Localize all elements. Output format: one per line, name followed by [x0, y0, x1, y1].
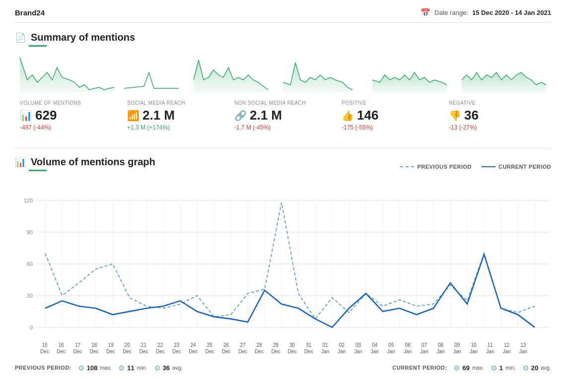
metric-volume: VOLUME OF MENTIONS 📊 629 -487 (-44%): [15, 100, 122, 131]
header: Brand24 📅 Date range: 15 Dec 2020 - 14 J…: [0, 0, 566, 22]
bar-chart-icon: 📊: [20, 110, 32, 122]
legend-previous: PREVIOUS PERIOD: [400, 164, 472, 170]
x-label-16: 31Dec: [301, 342, 317, 355]
metric-negative: NEGATIVE 👎 36 -13 (-27%): [444, 100, 551, 131]
summary-section: 📄 Summary of mentions: [0, 23, 566, 148]
curr-min-item: ⊙ 1 min.: [491, 364, 516, 372]
stats-row: PREVIOUS PERIOD: ⊙ 108 max. ⊙ 11 min. ⊙ …: [15, 360, 551, 372]
curr-avg-item: ⊙ 20 avg.: [523, 364, 551, 372]
prev-max-item: ⊙ 108 max.: [78, 364, 112, 372]
x-label-4: 19Dec: [103, 342, 119, 355]
x-label-5: 20Dec: [119, 342, 135, 355]
chart-icon: 📊: [15, 157, 26, 168]
svg-text:120: 120: [24, 197, 33, 203]
x-label-12: 27Dec: [235, 342, 251, 355]
svg-text:90: 90: [27, 229, 33, 235]
x-axis-labels: 15Dec 16Dec 17Dec 18Dec 19Dec 20Dec 21De…: [15, 342, 551, 355]
x-label-26: 10Jan: [466, 342, 482, 355]
x-label-3: 18Dec: [86, 342, 102, 355]
x-label-29: 13Jan: [515, 342, 531, 355]
metric-nonsocial: NON SOCIAL MEDIA REACH 🔗 2.1 M -1.7 M (-…: [229, 100, 337, 131]
x-label-23: 07Jan: [416, 342, 432, 355]
main-chart-svg: 0 30 60 90 120: [15, 179, 551, 338]
prev-avg-item: ⊙ 36 avg.: [154, 364, 183, 372]
x-label-15: 30Dec: [284, 342, 300, 355]
x-label-27: 11Jan: [482, 342, 498, 355]
thumbup-icon: 👍: [342, 110, 354, 122]
x-label-18: 02Jan: [334, 342, 350, 355]
x-label-7: 22Dec: [152, 342, 168, 355]
date-range: 📅 Date range: 15 Dec 2020 - 14 Jan 2021: [421, 8, 551, 17]
prev-min-item: ⊙ 11 min.: [119, 364, 147, 372]
x-label-10: 25Dec: [202, 342, 217, 355]
x-label-21: 05Jan: [383, 342, 399, 355]
x-label-14: 29Dec: [268, 342, 283, 355]
calendar-icon: 📅: [421, 8, 430, 17]
x-label-25: 09Jan: [449, 342, 465, 355]
metrics-row: VOLUME OF MENTIONS 📊 629 -487 (-44%) SOC…: [15, 100, 551, 131]
chart-title: 📊 Volume of mentions graph: [15, 156, 155, 168]
metric-positive: POSITIVE 👍 146 -175 (-55%): [337, 100, 444, 131]
x-label-1: 16Dec: [53, 342, 69, 355]
x-label-20: 04Jan: [367, 342, 383, 355]
x-label-13: 28Dec: [251, 342, 267, 355]
previous-line: [45, 202, 535, 319]
volume-graph-section: 📊 Volume of mentions graph PREVIOUS PERI…: [0, 148, 566, 377]
previous-stats: PREVIOUS PERIOD: ⊙ 108 max. ⊙ 11 min. ⊙ …: [15, 364, 183, 372]
legend-current: CURRENT PERIOD: [482, 164, 551, 170]
sparklines-row: [15, 53, 551, 92]
sparklines-svg: [15, 53, 551, 92]
down-icon: ⊙: [119, 364, 125, 372]
nodes-icon: 🔗: [234, 110, 247, 122]
x-label-6: 21Dec: [136, 342, 151, 355]
summary-title: 📄 Summary of mentions: [15, 32, 551, 43]
svg-text:60: 60: [27, 261, 33, 267]
curr-max-item: ⊙ 69 max.: [454, 364, 484, 372]
x-label-2: 17Dec: [70, 342, 85, 355]
chart-underline: [29, 170, 47, 171]
x-label-22: 06Jan: [400, 342, 416, 355]
legend: PREVIOUS PERIOD CURRENT PERIOD: [400, 164, 551, 170]
x-label-11: 26Dec: [218, 342, 234, 355]
x-label-28: 12Jan: [499, 342, 515, 355]
svg-text:30: 30: [27, 293, 33, 299]
avg-icon2: ⊙: [523, 364, 529, 372]
x-label-0: 15Dec: [37, 342, 53, 355]
up-icon2: ⊙: [454, 364, 460, 372]
current-stats: CURRENT PERIOD: ⊙ 69 max. ⊙ 1 min. ⊙ 20 …: [392, 364, 551, 372]
solid-line-icon: [482, 166, 495, 167]
x-label-17: 01Jan: [317, 342, 333, 355]
date-range-label: Date range:: [434, 9, 468, 16]
current-line: [45, 254, 535, 327]
chart-header: 📊 Volume of mentions graph PREVIOUS PERI…: [15, 156, 551, 177]
dashed-line-icon: [400, 166, 414, 167]
down-icon2: ⊙: [491, 364, 497, 372]
x-label-19: 03Jan: [350, 342, 366, 355]
avg-icon: ⊙: [154, 364, 160, 372]
wifi-icon: 📶: [127, 110, 140, 122]
svg-text:0: 0: [30, 325, 33, 330]
summary-icon: 📄: [15, 32, 26, 43]
thumbdown-icon: 👎: [449, 110, 461, 122]
x-label-9: 24Dec: [185, 342, 201, 355]
x-label-24: 08Jan: [433, 342, 449, 355]
metric-social: SOCIAL MEDIA REACH 📶 2.1 M +1.3 M (+174%…: [122, 100, 229, 131]
chart-title-block: 📊 Volume of mentions graph: [15, 156, 155, 177]
up-icon: ⊙: [78, 364, 84, 372]
section-underline: [29, 45, 47, 47]
x-label-8: 23Dec: [169, 342, 185, 355]
chart-area: 0 30 60 90 120: [15, 179, 551, 338]
date-range-value: 15 Dec 2020 - 14 Jan 2021: [472, 9, 551, 16]
brand-logo: Brand24: [15, 8, 45, 17]
